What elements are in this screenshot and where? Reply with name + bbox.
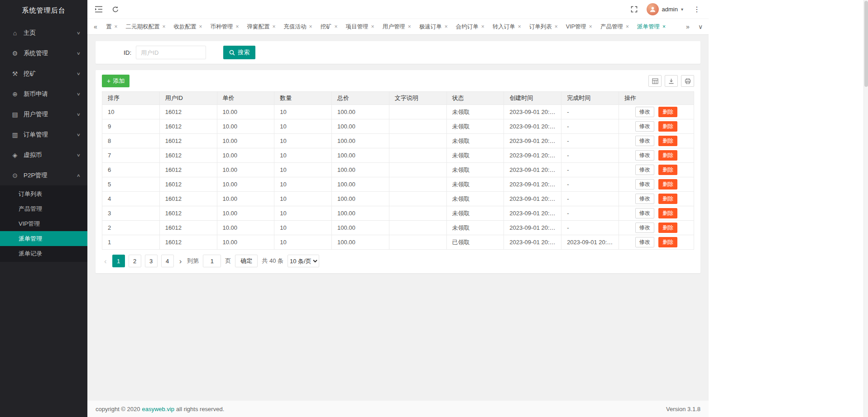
sidebar-subitem[interactable]: 派单管理 xyxy=(0,231,87,246)
tab[interactable]: 二元期权配置 × xyxy=(122,19,170,34)
cell-total: 100.00 xyxy=(332,177,389,192)
column-header: 排序 xyxy=(102,92,160,105)
search-button[interactable]: 搜索 xyxy=(223,46,255,59)
tab[interactable]: 弹窗配置 × xyxy=(243,19,280,34)
cell-status: 未领取 xyxy=(446,177,504,192)
delete-button[interactable]: 删除 xyxy=(658,237,677,247)
sidebar-item[interactable]: ▤ 用户管理 ∨ xyxy=(0,104,87,124)
edit-button[interactable]: 修改 xyxy=(635,165,654,175)
tab[interactable]: 合约订单 × xyxy=(452,19,489,34)
delete-button[interactable]: 删除 xyxy=(658,165,677,175)
tab[interactable]: 极速订单 × xyxy=(415,19,452,34)
tab[interactable]: 用户管理 × xyxy=(379,19,415,34)
tab[interactable]: 币种管理 × xyxy=(206,19,243,34)
tab[interactable]: 充值活动 × xyxy=(280,19,317,34)
sidebar-item[interactable]: ⌂ 主页 ∨ xyxy=(0,23,87,43)
tab[interactable]: 挖矿 × xyxy=(317,19,342,34)
close-icon[interactable]: × xyxy=(589,24,592,30)
tab[interactable]: VIP管理 × xyxy=(562,19,596,34)
cell-status: 未领取 xyxy=(446,192,504,206)
next-page-icon[interactable]: › xyxy=(178,257,183,265)
user-id-input[interactable] xyxy=(136,46,206,59)
delete-button[interactable]: 删除 xyxy=(658,223,677,233)
tab[interactable]: 产品管理 × xyxy=(596,19,633,34)
sidebar-item[interactable]: ⊕ 新币申请 ∨ xyxy=(0,84,87,104)
page-button[interactable]: 2 xyxy=(129,255,141,267)
page-size-select[interactable]: 10 条/页 xyxy=(288,255,319,267)
more-menu-icon[interactable]: ⋮ xyxy=(692,5,701,14)
easyweb-link[interactable]: easyweb.vip xyxy=(142,406,174,412)
close-icon[interactable]: × xyxy=(163,24,166,30)
page-button[interactable]: 3 xyxy=(145,255,158,267)
sidebar-subitem[interactable]: VIP管理 xyxy=(0,216,87,231)
cell-qty: 10 xyxy=(274,148,332,163)
export-icon[interactable] xyxy=(665,75,678,87)
edit-button[interactable]: 修改 xyxy=(635,107,654,117)
cell-price: 10.00 xyxy=(217,148,274,163)
tab[interactable]: 订单列表 × xyxy=(525,19,562,34)
edit-button[interactable]: 修改 xyxy=(635,121,654,132)
close-icon[interactable]: × xyxy=(273,24,276,30)
add-button[interactable]: + 添加 xyxy=(102,75,129,87)
tab[interactable]: 派单管理 × xyxy=(633,19,670,34)
columns-icon[interactable] xyxy=(648,75,662,87)
edit-button[interactable]: 修改 xyxy=(635,237,654,247)
delete-button[interactable]: 删除 xyxy=(658,136,677,146)
user-menu[interactable]: admin ▾ xyxy=(647,3,683,15)
sidebar-item[interactable]: ⚒ 挖矿 ∨ xyxy=(0,63,87,84)
page-button[interactable]: 4 xyxy=(161,255,174,267)
edit-button[interactable]: 修改 xyxy=(635,136,654,146)
sidebar-subitem[interactable]: 产品管理 xyxy=(0,201,87,216)
close-icon[interactable]: × xyxy=(626,24,629,30)
collapse-menu-icon[interactable] xyxy=(95,6,103,13)
sidebar-subitem[interactable]: 派单记录 xyxy=(0,246,87,261)
delete-button[interactable]: 删除 xyxy=(658,150,677,161)
sidebar-item[interactable]: ⊙ P2P管理 ∧ xyxy=(0,165,87,185)
tab[interactable]: 置 × xyxy=(102,19,122,34)
page-button[interactable]: 1 xyxy=(112,255,125,267)
edit-button[interactable]: 修改 xyxy=(635,179,654,190)
sidebar-item[interactable]: ▥ 订单管理 ∨ xyxy=(0,124,87,145)
delete-button[interactable]: 删除 xyxy=(658,194,677,204)
close-icon[interactable]: × xyxy=(662,24,666,30)
tab[interactable]: 转入订单 × xyxy=(489,19,525,34)
delete-button[interactable]: 删除 xyxy=(658,107,677,117)
tabs-scroll-left-icon[interactable]: « xyxy=(89,23,102,30)
close-icon[interactable]: × xyxy=(199,24,202,30)
close-icon[interactable]: × xyxy=(309,24,312,30)
edit-button[interactable]: 修改 xyxy=(635,223,654,233)
jump-page-input[interactable] xyxy=(203,255,221,267)
edit-button[interactable]: 修改 xyxy=(635,150,654,161)
close-icon[interactable]: × xyxy=(555,24,558,30)
add-button-label: 添加 xyxy=(113,77,125,85)
refresh-icon[interactable] xyxy=(112,6,119,13)
tab[interactable]: 收款配置 × xyxy=(170,19,206,34)
cell-user-id: 16012 xyxy=(159,221,217,235)
sidebar-subitem[interactable]: 订单列表 xyxy=(0,186,87,201)
close-icon[interactable]: × xyxy=(408,24,411,30)
close-icon[interactable]: × xyxy=(445,24,448,30)
fullscreen-icon[interactable] xyxy=(631,6,638,13)
edit-button[interactable]: 修改 xyxy=(635,208,654,218)
close-icon[interactable]: × xyxy=(335,24,338,30)
print-icon[interactable] xyxy=(681,75,694,87)
close-icon[interactable]: × xyxy=(481,24,484,30)
close-icon[interactable]: × xyxy=(371,24,374,30)
delete-button[interactable]: 删除 xyxy=(658,208,677,218)
delete-button[interactable]: 删除 xyxy=(658,179,677,190)
tabs-scroll-right-icon[interactable]: » xyxy=(681,23,694,30)
prev-page-icon[interactable]: ‹ xyxy=(103,257,108,265)
tab[interactable]: 项目管理 × xyxy=(342,19,379,34)
edit-button[interactable]: 修改 xyxy=(635,194,654,204)
delete-button[interactable]: 删除 xyxy=(658,121,677,132)
close-icon[interactable]: × xyxy=(236,24,239,30)
window-scrollbar[interactable] xyxy=(863,0,868,417)
tabs-dropdown-icon[interactable]: ∨ xyxy=(694,23,707,30)
close-icon[interactable]: × xyxy=(518,24,521,30)
scrollbar-thumb[interactable] xyxy=(864,1,868,87)
close-icon[interactable]: × xyxy=(115,24,118,30)
sidebar-item[interactable]: ◈ 虚拟币 ∨ xyxy=(0,145,87,165)
sidebar-item[interactable]: ⚙ 系统管理 ∨ xyxy=(0,43,87,63)
confirm-button[interactable]: 确定 xyxy=(235,255,258,267)
cell-qty: 10 xyxy=(274,235,332,250)
